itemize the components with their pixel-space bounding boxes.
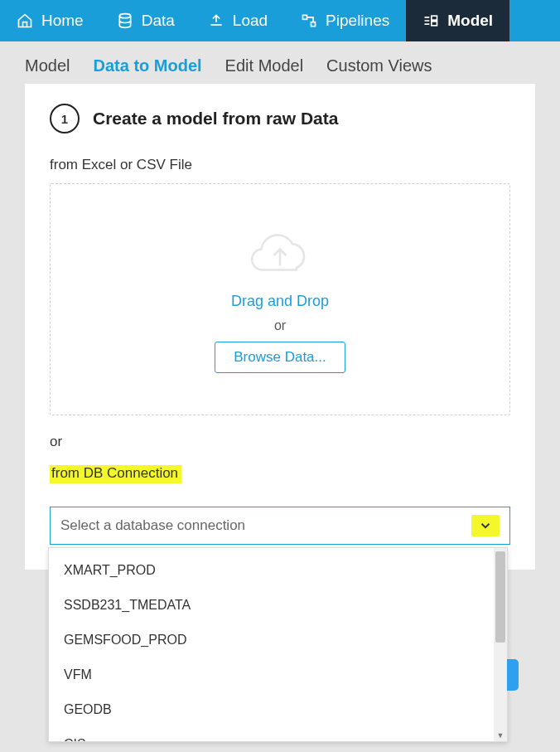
model-icon [422,12,439,29]
scroll-thumb[interactable] [495,551,505,643]
tab-edit-model[interactable]: Edit Model [225,56,304,75]
db-option[interactable]: XMART_PROD [49,553,494,588]
nav-home[interactable]: Home [0,0,100,41]
nav-label: Load [233,12,268,30]
content-card: 1 Create a model from raw Data from Exce… [25,84,535,570]
nav-data[interactable]: Data [100,0,191,41]
db-option[interactable]: CIS [49,727,494,741]
db-option[interactable]: VFM [49,657,494,692]
nav-load[interactable]: Load [191,0,284,41]
upload-icon [208,12,224,29]
dropdown-list: XMART_PROD SSDB231_TMEDATA GEMSFOOD_PROD… [49,548,494,741]
pipeline-icon [301,12,317,29]
chevron-down-icon[interactable] [471,515,500,536]
tab-model[interactable]: Model [25,56,70,75]
step-title: Create a model from raw Data [93,109,338,129]
step-header: 1 Create a model from raw Data [50,104,510,133]
file-section-label: from Excel or CSV File [50,157,510,173]
file-dropzone[interactable]: Drag and Drop or Browse Data... [50,183,510,415]
nav-label: Model [447,12,493,30]
home-icon [17,12,33,29]
step-number-badge: 1 [50,104,80,133]
db-option[interactable]: SSDB231_TMEDATA [49,588,494,623]
database-icon [117,12,133,29]
svg-rect-2 [311,22,316,27]
browse-data-button[interactable]: Browse Data... [215,342,345,373]
svg-point-0 [119,14,130,18]
nav-label: Data [142,12,175,30]
nav-model[interactable]: Model [406,0,509,41]
or-separator: or [50,434,510,450]
tab-custom-views[interactable]: Custom Views [326,56,432,75]
db-option[interactable]: GEODB [49,692,494,727]
cloud-upload-icon [247,226,313,284]
db-select-placeholder: Select a database connection [60,517,245,534]
db-connection-dropdown: XMART_PROD SSDB231_TMEDATA GEMSFOOD_PROD… [48,547,508,742]
top-nav: Home Data Load Pipelines Model [0,0,560,41]
db-section-label: from DB Connection [50,465,181,483]
db-section-label-wrap: from DB Connection [50,465,510,493]
db-option[interactable]: GEMSFOOD_PROD [49,623,494,657]
nav-label: Home [41,12,84,30]
scroll-down-arrow-icon[interactable]: ▼ [494,730,507,741]
svg-rect-4 [432,22,437,26]
dropzone-or-text: or [274,318,286,333]
tab-data-to-model[interactable]: Data to Model [93,56,201,75]
drag-drop-text[interactable]: Drag and Drop [231,293,329,310]
sub-tabs: Model Data to Model Edit Model Custom Vi… [0,41,560,84]
nav-pipelines[interactable]: Pipelines [284,0,406,41]
dropdown-scrollbar[interactable]: ▲ ▼ [494,548,507,741]
hidden-primary-button[interactable] [507,659,519,691]
svg-rect-1 [303,15,307,19]
nav-label: Pipelines [326,12,389,30]
db-connection-select[interactable]: Select a database connection [50,507,510,545]
svg-rect-3 [432,16,437,20]
